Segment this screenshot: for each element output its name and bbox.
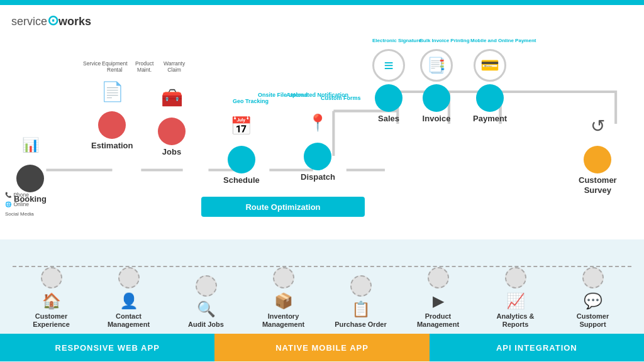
- survey-circle: [584, 146, 611, 173]
- estimation-label: Estimation: [91, 141, 133, 150]
- customer-support-icon: 💬: [584, 292, 602, 310]
- sales-label: Sales: [378, 114, 399, 123]
- payment-node: 💳 Payment: [473, 49, 507, 123]
- contact-mgmt-circle: [118, 267, 140, 288]
- route-optimization-bar: Route Optimization: [201, 197, 365, 217]
- contact-mgmt-icon: 👤: [119, 292, 138, 310]
- analytics-circle: [505, 267, 526, 288]
- product-mgmt-circle: [428, 267, 449, 288]
- jobs-icon: 🧰: [156, 80, 187, 115]
- schedule-node: 📅 Schedule: [223, 109, 260, 185]
- payment-label: Payment: [473, 114, 507, 123]
- bottom-icons-row: 🏠 Customer Experience 👤 Contact Manageme…: [0, 239, 644, 334]
- sales-circle: [375, 84, 402, 112]
- contact-mgmt-label: Contact Management: [101, 312, 157, 329]
- customer-experience-item: 🏠 Customer Experience: [23, 267, 80, 329]
- jobs-node: 🧰 Jobs: [156, 80, 187, 156]
- audit-jobs-circle: [196, 275, 217, 297]
- main-content: service⊙works Geo Tracking Ons: [0, 5, 644, 362]
- dispatch-node: 📍 Dispatch: [301, 106, 335, 182]
- sales-icon: ≡: [372, 49, 405, 82]
- purchase-order-label: Purchase Order: [335, 321, 387, 329]
- schedule-label: Schedule: [223, 175, 260, 185]
- service-label: Service: [83, 60, 101, 67]
- warranty-claim-label: WarrantyClaim: [164, 60, 185, 73]
- payment-icon: 💳: [474, 49, 506, 82]
- customer-exp-circle: [41, 267, 62, 288]
- inventory-mgmt-circle: [273, 267, 294, 288]
- dispatch-label: Dispatch: [301, 172, 335, 182]
- audit-jobs-icon: 🔍: [197, 300, 216, 318]
- logo: service⊙works: [11, 13, 91, 29]
- inventory-mgmt-icon: 📦: [274, 292, 293, 310]
- invoice-circle: [423, 84, 450, 112]
- product-mgmt-item: ▶ Product Management: [410, 267, 467, 329]
- survey-label: CustomerSurvey: [579, 175, 617, 195]
- estimation-icon: 📄: [96, 74, 128, 109]
- diagram-area: service⊙works Geo Tracking Ons: [0, 5, 644, 239]
- analytics-item: 📈 Analytics & Reports: [487, 267, 544, 329]
- jobs-circle: [158, 118, 186, 145]
- analytics-label: Analytics & Reports: [487, 312, 544, 329]
- estimation-circle: [98, 111, 126, 139]
- customer-exp-icon: 🏠: [42, 292, 61, 310]
- booking-circle: [16, 165, 44, 192]
- footer-responsive: RESPONSIVE WEB APP: [0, 334, 214, 361]
- invoice-icon: 📑: [420, 49, 453, 82]
- bottom-section: 🏠 Customer Experience 👤 Contact Manageme…: [0, 239, 644, 362]
- dispatch-icon: 📍: [302, 106, 333, 140]
- audit-jobs-label: Audit Jobs: [188, 321, 224, 329]
- dashed-divider: [13, 266, 631, 267]
- purchase-order-icon: 📋: [352, 300, 370, 318]
- survey-icon: ↺: [582, 109, 613, 143]
- survey-node: ↺ CustomerSurvey: [579, 109, 617, 195]
- schedule-icon: 📅: [226, 109, 257, 143]
- customer-support-circle: [582, 267, 604, 288]
- product-maint-label: ProductMaint.: [135, 60, 153, 73]
- electronic-sig-label: Electronic Signature: [372, 38, 421, 44]
- payment-circle: [476, 84, 504, 112]
- customer-exp-label: Customer Experience: [23, 312, 80, 329]
- inventory-mgmt-item: 📦 Inventory Management: [255, 267, 312, 329]
- bulk-invoice-label: Bulk Invoice Printing: [419, 38, 470, 44]
- contact-mgmt-item: 👤 Contact Management: [101, 267, 157, 329]
- analytics-icon: 📈: [506, 292, 525, 310]
- customer-support-label: Customer Support: [565, 312, 621, 329]
- footer-bar: RESPONSIVE WEB APP NATIVE MOBILE APP API…: [0, 334, 644, 361]
- mobile-payment-label: Mobile and Online Payment: [470, 38, 536, 44]
- custom-forms-label: Custom Forms: [321, 95, 361, 102]
- sales-node: ≡ Sales: [372, 49, 405, 123]
- product-mgmt-icon: ▶: [433, 292, 444, 310]
- top-bar: [0, 0, 644, 5]
- audit-jobs-item: 🔍 Audit Jobs: [178, 275, 235, 329]
- invoice-label: Invoice: [423, 114, 451, 123]
- footer-native: NATIVE MOBILE APP: [214, 334, 429, 361]
- booking-icon: 📊: [14, 128, 46, 162]
- inventory-mgmt-label: Inventory Management: [255, 312, 312, 329]
- purchase-order-circle: [350, 275, 372, 297]
- dispatch-circle: [304, 143, 331, 170]
- schedule-circle: [228, 146, 255, 173]
- product-mgmt-label: Product Management: [410, 312, 467, 329]
- geo-tracking-label: Geo Tracking: [233, 98, 269, 105]
- invoice-node: 📑 Invoice: [420, 49, 453, 123]
- booking-subs: 📞 Phone 🌐 Online Social Media: [5, 190, 34, 219]
- equip-rental-label: EquipmentRental: [102, 60, 128, 73]
- customer-support-item: 💬 Customer Support: [565, 267, 621, 329]
- footer-api: API INTEGRATION: [430, 334, 644, 361]
- jobs-label: Jobs: [162, 147, 181, 156]
- purchase-order-item: 📋 Purchase Order: [333, 275, 389, 329]
- estimation-node: 📄 Estimation: [91, 74, 133, 150]
